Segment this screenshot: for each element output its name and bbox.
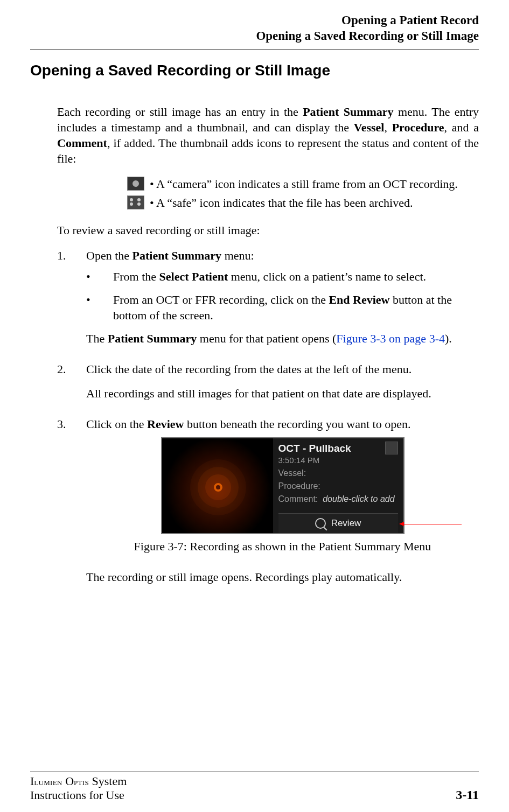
text: , and a [444, 121, 479, 134]
step-content: Click the date of the recording from the… [86, 361, 479, 410]
icon-legend-row-safe: • A “safe” icon indicates that the file … [127, 195, 479, 211]
body: Each recording or still image has an ent… [57, 92, 479, 592]
title-row: OCT - Pullback [278, 442, 398, 455]
page-header: Opening a Patient Record Opening a Saved… [30, 13, 479, 44]
figure: OCT - Pullback 3:50:14 PM Vessel: Proced… [86, 437, 479, 554]
magnifier-icon [315, 518, 326, 529]
bullet-marker: • [86, 292, 113, 323]
recording-time: 3:50:14 PM [278, 455, 398, 466]
text: Open the [86, 249, 133, 262]
step-result: All recordings and still images for that… [86, 386, 479, 401]
comment-row: Comment: double-click to add [278, 493, 398, 505]
numbered-steps: 1. Open the Patient Summary menu: • From… [57, 248, 479, 585]
recording-tile: OCT - Pullback 3:50:14 PM Vessel: Proced… [161, 437, 405, 534]
footer-rule [30, 772, 479, 772]
page-footer: Ilumien Optis System Instructions for Us… [30, 772, 479, 802]
text: menu for that patient opens ( [197, 332, 336, 345]
footer-left: Ilumien Optis System Instructions for Us… [30, 774, 127, 802]
text: button beneath the recording you want to… [184, 417, 410, 431]
bold-text: Select Patient [159, 270, 228, 283]
text: From the [113, 270, 159, 283]
bold-text: Patient Summary [303, 105, 393, 118]
page-number: 3-11 [456, 788, 479, 802]
product-name: Ilumien Optis System [30, 774, 127, 788]
step-content: Click on the Review button beneath the r… [86, 416, 479, 585]
text: The [86, 332, 108, 345]
step-content: Open the Patient Summary menu: • From th… [86, 248, 479, 355]
bold-text: End Review [329, 293, 389, 306]
text: Each recording or still image has an ent… [57, 105, 303, 118]
step-result: The Patient Summary menu for that patien… [86, 331, 479, 346]
cross-reference-link[interactable]: Figure 3-3 on page 3-4 [336, 332, 445, 345]
page: Opening a Patient Record Opening a Saved… [0, 0, 509, 812]
header-section: Opening a Saved Recording or Still Image [30, 29, 479, 44]
step-number: 1. [57, 248, 86, 355]
small-caps: lumien [34, 776, 62, 787]
comment-hint[interactable]: double-click to add [323, 494, 394, 503]
step-number: 3. [57, 416, 86, 585]
text: Click on the [86, 417, 147, 431]
bold-text: Review [147, 417, 184, 431]
camera-icon [127, 177, 144, 191]
bullet-marker: • [86, 269, 113, 284]
icon-legend: • A “camera” icon indicates a still fram… [127, 176, 479, 211]
header-rule [30, 50, 479, 50]
sub-bullet: • From an OCT or FFR recording, click on… [86, 292, 479, 323]
section-heading: Opening a Saved Recording or Still Image [30, 62, 479, 79]
text: O [62, 774, 74, 788]
footer-line: Ilumien Optis System Instructions for Us… [30, 774, 479, 802]
recording-meta: OCT - Pullback 3:50:14 PM Vessel: Proced… [273, 438, 403, 533]
review-button[interactable]: Review [278, 513, 398, 533]
oct-thumbnail [162, 438, 273, 533]
intro-paragraph: Each recording or still image has an ent… [57, 104, 479, 166]
icon-legend-row-camera: • A “camera” icon indicates a still fram… [127, 176, 479, 192]
step-3: 3. Click on the Review button beneath th… [57, 416, 479, 585]
text: menu: [221, 249, 254, 262]
bold-text: Comment [57, 136, 107, 150]
select-checkbox[interactable] [385, 442, 398, 454]
lead-in-paragraph: To review a saved recording or still ima… [57, 222, 479, 238]
text: Click the date of the recording from the… [86, 362, 412, 376]
callout-arrow [403, 524, 462, 524]
small-caps: ptis [74, 776, 89, 787]
comment-label: Comment: [278, 494, 318, 503]
step-number: 2. [57, 361, 86, 410]
icon-legend-text: • A “safe” icon indicates that the file … [150, 195, 413, 211]
text: , [384, 121, 392, 134]
step-result: The recording or still image opens. Reco… [86, 569, 479, 585]
text: From an OCT or FFR recording, click on t… [113, 293, 329, 306]
text: ). [445, 332, 452, 345]
header-chapter: Opening a Patient Record [30, 13, 479, 29]
icon-legend-text: • A “camera” icon indicates a still fram… [150, 176, 458, 192]
text: , if added. The thumbnail adds icons to … [57, 136, 479, 165]
bold-text: Procedure [392, 121, 444, 134]
bold-text: Patient Summary [133, 249, 222, 262]
bold-text: Patient Summary [108, 332, 197, 345]
sub-bullet-text: From the Select Patient menu, click on a… [113, 269, 479, 284]
vessel-row: Vessel: [278, 467, 398, 479]
step-2: 2. Click the date of the recording from … [57, 361, 479, 410]
figure-caption: Figure 3-7: Recording as shown in the Pa… [134, 538, 431, 554]
safe-icon [127, 195, 144, 209]
recording-title: OCT - Pullback [278, 442, 351, 455]
review-button-label: Review [331, 517, 361, 529]
bold-text: Vessel [354, 121, 385, 134]
document-title: Instructions for Use [30, 788, 127, 802]
text: menu, click on a patient’s name to selec… [228, 270, 426, 283]
step-1: 1. Open the Patient Summary menu: • From… [57, 248, 479, 355]
text: System [89, 774, 127, 788]
sub-bullet: • From the Select Patient menu, click on… [86, 269, 479, 284]
sub-bullet-text: From an OCT or FFR recording, click on t… [113, 292, 479, 323]
sub-bullets: • From the Select Patient menu, click on… [86, 269, 479, 323]
procedure-row: Procedure: [278, 480, 398, 492]
